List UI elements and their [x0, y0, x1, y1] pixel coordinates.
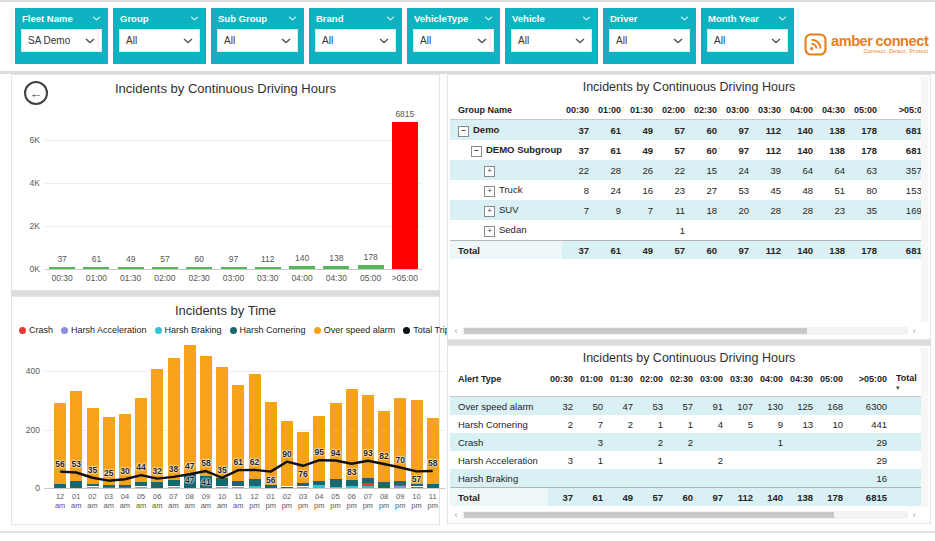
value-cell[interactable]: 13 [788, 415, 818, 433]
table-row-total[interactable]: Total37614957609711214013817868157744 [450, 488, 922, 507]
segment-harsh-braking-10-am[interactable] [216, 487, 228, 489]
value-cell[interactable]: 28 [594, 160, 626, 180]
table-row-harsh-braking[interactable]: Harsh Braking1616 [450, 469, 922, 488]
segment-harsh-cornering-10-am[interactable] [216, 478, 228, 486]
scroll-right-icon[interactable]: › [910, 510, 918, 520]
value-cell[interactable] [850, 220, 882, 241]
value-cell[interactable] [690, 220, 722, 241]
segment-harsh-cornering-05-am[interactable] [135, 482, 147, 486]
value-cell[interactable]: 80 [850, 180, 882, 200]
column-header-04-00[interactable]: 04:00 [758, 370, 788, 397]
value-cell[interactable]: 138 [818, 241, 850, 260]
value-cell[interactable]: 57 [658, 140, 690, 160]
column-header-02-00[interactable]: 02:00 [658, 101, 690, 120]
segment-harsh-cornering-10-pm[interactable] [411, 484, 423, 486]
segment-harsh-cornering-08-pm[interactable] [378, 482, 390, 488]
value-cell[interactable]: 28 [786, 200, 818, 220]
value-cell[interactable] [578, 469, 608, 488]
value-cell[interactable]: 1 [882, 220, 922, 241]
row-header-cell[interactable]: Harsh Cornering [450, 415, 548, 433]
value-cell[interactable] [698, 469, 728, 488]
value-cell[interactable]: 63 [850, 160, 882, 180]
value-cell[interactable]: 27 [690, 180, 722, 200]
value-cell[interactable]: 112 [754, 120, 786, 141]
segment-harsh-cornering-02-pm[interactable] [281, 487, 293, 489]
segment-harsh-acceleration-02-am[interactable] [87, 487, 99, 489]
bar-01-30[interactable] [118, 267, 144, 269]
value-cell[interactable]: 6300 [848, 397, 892, 416]
column-header-group-name[interactable]: Group Name [450, 101, 562, 120]
value-cell[interactable]: 60 [690, 120, 722, 141]
value-cell[interactable]: 1 [638, 451, 668, 469]
value-cell[interactable]: 1537 [882, 180, 922, 200]
row-header-cell[interactable]: Total [450, 241, 562, 260]
segment-over-speed-alarm-11-pm[interactable] [427, 418, 439, 483]
value-cell[interactable]: 178 [850, 120, 882, 141]
value-cell[interactable]: 49 [608, 488, 638, 507]
segment-harsh-cornering-02-am[interactable] [87, 484, 99, 486]
value-cell[interactable]: 15 [690, 160, 722, 180]
value-cell[interactable]: 57 [658, 241, 690, 260]
value-cell[interactable]: 7160 [892, 397, 922, 416]
value-cell[interactable] [758, 469, 788, 488]
scrollbar-track[interactable] [462, 511, 908, 519]
segment-harsh-cornering-05-pm[interactable] [330, 479, 342, 486]
scroll-left-icon[interactable]: ‹ [452, 326, 460, 336]
row-header-cell[interactable]: Harsh Braking [450, 469, 548, 488]
value-cell[interactable]: 24 [722, 160, 754, 180]
column-header-03-30[interactable]: 03:30 [728, 370, 758, 397]
value-cell[interactable]: 138 [788, 488, 818, 507]
column-header-01-00[interactable]: 01:00 [578, 370, 608, 397]
value-cell[interactable]: 178 [818, 488, 848, 507]
column-header-04-00[interactable]: 04:00 [786, 101, 818, 120]
row-header-cell[interactable]: Crash [450, 433, 548, 451]
table-row-crash[interactable]: Crash32212937 [450, 433, 922, 451]
value-cell[interactable]: 2 [638, 433, 668, 451]
segment-over-speed-alarm-09-pm[interactable] [394, 398, 406, 482]
bar-03-00[interactable] [221, 267, 247, 269]
value-cell[interactable]: 51 [818, 180, 850, 200]
value-cell[interactable]: 49 [626, 241, 658, 260]
value-cell[interactable]: 178 [850, 241, 882, 260]
value-cell[interactable]: 64 [786, 160, 818, 180]
bar-03-30[interactable] [255, 267, 281, 269]
value-cell[interactable]: 61 [594, 120, 626, 141]
segment-harsh-acceleration-03-pm[interactable] [297, 487, 309, 489]
column-header-01-30[interactable]: 01:30 [626, 101, 658, 120]
value-cell[interactable]: 57 [658, 120, 690, 141]
value-cell[interactable]: 37 [562, 140, 594, 160]
row-header-cell[interactable]: +Truck [450, 180, 562, 200]
segment-harsh-braking-05-pm[interactable] [330, 487, 342, 489]
segment-harsh-braking-07-am[interactable] [168, 487, 180, 489]
expand-icon[interactable]: + [484, 206, 495, 217]
segment-harsh-acceleration-09-pm[interactable] [394, 486, 406, 488]
collapse-icon[interactable]: − [458, 126, 469, 137]
value-cell[interactable]: 60 [690, 241, 722, 260]
value-cell[interactable]: 61 [578, 488, 608, 507]
value-cell[interactable]: 22 [658, 160, 690, 180]
value-cell[interactable]: 57 [638, 488, 668, 507]
scroll-left-icon[interactable]: ‹ [452, 510, 460, 520]
row-header-cell[interactable]: Harsh Acceleration [450, 451, 548, 469]
segment-harsh-cornering-07-pm[interactable] [362, 478, 374, 483]
value-cell[interactable]: 1698 [882, 200, 922, 220]
segment-harsh-cornering-11-pm[interactable] [427, 484, 439, 488]
value-cell[interactable]: 36 [892, 451, 922, 469]
value-cell[interactable]: 495 [892, 415, 922, 433]
value-cell[interactable]: 138 [818, 120, 850, 141]
value-cell[interactable] [608, 433, 638, 451]
value-cell[interactable]: 10 [818, 415, 848, 433]
value-cell[interactable]: 32 [548, 397, 578, 416]
column-header-00-30[interactable]: 00:30 [548, 370, 578, 397]
value-cell[interactable]: 29 [848, 451, 892, 469]
value-cell[interactable]: 53 [638, 397, 668, 416]
segment-over-speed-alarm-07-am[interactable] [168, 358, 180, 480]
segment-harsh-cornering-04-pm[interactable] [313, 481, 325, 485]
row-header-cell[interactable]: −DEMO Subgroup [450, 140, 562, 160]
segment-harsh-braking-11-am[interactable] [232, 487, 244, 489]
segment-over-speed-alarm-06-am[interactable] [151, 369, 163, 482]
value-cell[interactable]: 4 [698, 415, 728, 433]
value-cell[interactable]: 107 [728, 397, 758, 416]
value-cell[interactable] [788, 469, 818, 488]
bar-04-00[interactable] [289, 266, 315, 269]
